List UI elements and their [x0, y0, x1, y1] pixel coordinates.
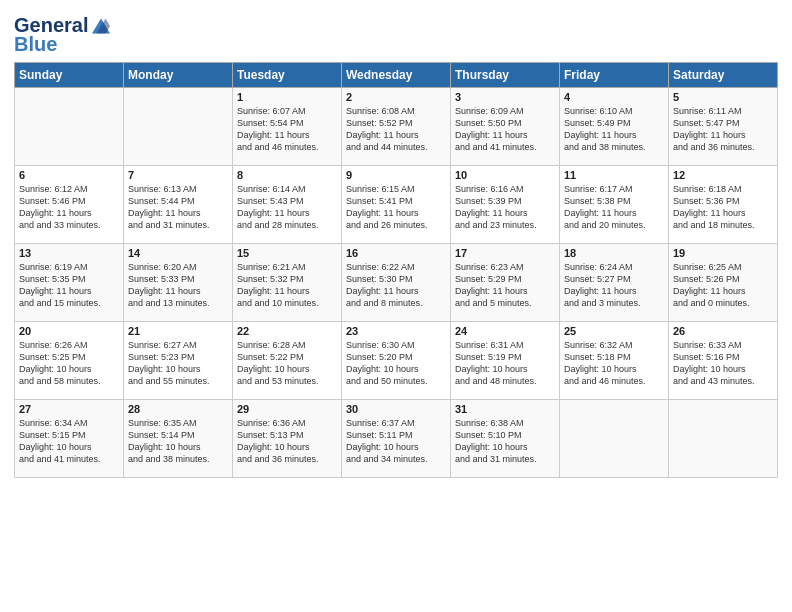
daylight-text: Daylight: 11 hours	[19, 207, 119, 219]
daylight-text: Daylight: 11 hours	[673, 285, 773, 297]
daylight-text-cont: and and 18 minutes.	[673, 219, 773, 231]
daylight-text-cont: and and 26 minutes.	[346, 219, 446, 231]
calendar-cell: 28Sunrise: 6:35 AMSunset: 5:14 PMDayligh…	[124, 400, 233, 478]
calendar-cell: 31Sunrise: 6:38 AMSunset: 5:10 PMDayligh…	[451, 400, 560, 478]
daylight-text-cont: and and 53 minutes.	[237, 375, 337, 387]
sunset-text: Sunset: 5:20 PM	[346, 351, 446, 363]
calendar-cell: 27Sunrise: 6:34 AMSunset: 5:15 PMDayligh…	[15, 400, 124, 478]
day-number: 11	[564, 169, 664, 181]
daylight-text-cont: and and 58 minutes.	[19, 375, 119, 387]
sunset-text: Sunset: 5:50 PM	[455, 117, 555, 129]
day-number: 30	[346, 403, 446, 415]
sunset-text: Sunset: 5:30 PM	[346, 273, 446, 285]
day-number: 19	[673, 247, 773, 259]
sunrise-text: Sunrise: 6:22 AM	[346, 261, 446, 273]
daylight-text-cont: and and 10 minutes.	[237, 297, 337, 309]
daylight-text-cont: and and 3 minutes.	[564, 297, 664, 309]
daylight-text: Daylight: 11 hours	[673, 129, 773, 141]
calendar-cell: 22Sunrise: 6:28 AMSunset: 5:22 PMDayligh…	[233, 322, 342, 400]
daylight-text-cont: and and 28 minutes.	[237, 219, 337, 231]
sunrise-text: Sunrise: 6:21 AM	[237, 261, 337, 273]
daylight-text-cont: and and 13 minutes.	[128, 297, 228, 309]
calendar-cell: 10Sunrise: 6:16 AMSunset: 5:39 PMDayligh…	[451, 166, 560, 244]
day-number: 2	[346, 91, 446, 103]
sunrise-text: Sunrise: 6:08 AM	[346, 105, 446, 117]
logo: General Blue	[14, 14, 110, 56]
day-number: 18	[564, 247, 664, 259]
calendar-cell: 14Sunrise: 6:20 AMSunset: 5:33 PMDayligh…	[124, 244, 233, 322]
day-number: 1	[237, 91, 337, 103]
day-number: 27	[19, 403, 119, 415]
daylight-text-cont: and and 36 minutes.	[237, 453, 337, 465]
day-number: 5	[673, 91, 773, 103]
day-number: 3	[455, 91, 555, 103]
weekday-header: Tuesday	[233, 63, 342, 88]
calendar-cell	[124, 88, 233, 166]
sunrise-text: Sunrise: 6:32 AM	[564, 339, 664, 351]
day-number: 16	[346, 247, 446, 259]
weekday-header: Wednesday	[342, 63, 451, 88]
calendar-cell: 16Sunrise: 6:22 AMSunset: 5:30 PMDayligh…	[342, 244, 451, 322]
daylight-text-cont: and and 34 minutes.	[346, 453, 446, 465]
daylight-text: Daylight: 11 hours	[237, 129, 337, 141]
sunset-text: Sunset: 5:22 PM	[237, 351, 337, 363]
sunset-text: Sunset: 5:27 PM	[564, 273, 664, 285]
sunrise-text: Sunrise: 6:17 AM	[564, 183, 664, 195]
sunset-text: Sunset: 5:29 PM	[455, 273, 555, 285]
day-number: 21	[128, 325, 228, 337]
day-number: 12	[673, 169, 773, 181]
sunset-text: Sunset: 5:11 PM	[346, 429, 446, 441]
daylight-text-cont: and and 36 minutes.	[673, 141, 773, 153]
daylight-text-cont: and and 20 minutes.	[564, 219, 664, 231]
daylight-text: Daylight: 10 hours	[673, 363, 773, 375]
calendar-cell: 26Sunrise: 6:33 AMSunset: 5:16 PMDayligh…	[669, 322, 778, 400]
calendar-cell: 18Sunrise: 6:24 AMSunset: 5:27 PMDayligh…	[560, 244, 669, 322]
calendar-cell: 5Sunrise: 6:11 AMSunset: 5:47 PMDaylight…	[669, 88, 778, 166]
day-number: 29	[237, 403, 337, 415]
sunrise-text: Sunrise: 6:23 AM	[455, 261, 555, 273]
daylight-text-cont: and and 8 minutes.	[346, 297, 446, 309]
calendar-cell: 17Sunrise: 6:23 AMSunset: 5:29 PMDayligh…	[451, 244, 560, 322]
daylight-text-cont: and and 41 minutes.	[19, 453, 119, 465]
daylight-text-cont: and and 46 minutes.	[237, 141, 337, 153]
sunset-text: Sunset: 5:43 PM	[237, 195, 337, 207]
sunset-text: Sunset: 5:33 PM	[128, 273, 228, 285]
sunrise-text: Sunrise: 6:24 AM	[564, 261, 664, 273]
sunset-text: Sunset: 5:39 PM	[455, 195, 555, 207]
sunset-text: Sunset: 5:26 PM	[673, 273, 773, 285]
sunrise-text: Sunrise: 6:15 AM	[346, 183, 446, 195]
daylight-text: Daylight: 11 hours	[346, 285, 446, 297]
calendar-cell	[560, 400, 669, 478]
daylight-text-cont: and and 38 minutes.	[128, 453, 228, 465]
day-number: 24	[455, 325, 555, 337]
day-number: 14	[128, 247, 228, 259]
sunset-text: Sunset: 5:15 PM	[19, 429, 119, 441]
daylight-text: Daylight: 11 hours	[346, 207, 446, 219]
sunset-text: Sunset: 5:44 PM	[128, 195, 228, 207]
day-number: 8	[237, 169, 337, 181]
calendar-week-row: 1Sunrise: 6:07 AMSunset: 5:54 PMDaylight…	[15, 88, 778, 166]
sunrise-text: Sunrise: 6:19 AM	[19, 261, 119, 273]
daylight-text: Daylight: 10 hours	[346, 441, 446, 453]
day-number: 23	[346, 325, 446, 337]
calendar-cell: 2Sunrise: 6:08 AMSunset: 5:52 PMDaylight…	[342, 88, 451, 166]
sunset-text: Sunset: 5:35 PM	[19, 273, 119, 285]
calendar-cell: 8Sunrise: 6:14 AMSunset: 5:43 PMDaylight…	[233, 166, 342, 244]
sunset-text: Sunset: 5:41 PM	[346, 195, 446, 207]
sunrise-text: Sunrise: 6:14 AM	[237, 183, 337, 195]
daylight-text-cont: and and 15 minutes.	[19, 297, 119, 309]
sunrise-text: Sunrise: 6:30 AM	[346, 339, 446, 351]
sunset-text: Sunset: 5:47 PM	[673, 117, 773, 129]
daylight-text: Daylight: 11 hours	[673, 207, 773, 219]
weekday-header: Saturday	[669, 63, 778, 88]
calendar-cell: 12Sunrise: 6:18 AMSunset: 5:36 PMDayligh…	[669, 166, 778, 244]
sunset-text: Sunset: 5:49 PM	[564, 117, 664, 129]
calendar-cell: 24Sunrise: 6:31 AMSunset: 5:19 PMDayligh…	[451, 322, 560, 400]
daylight-text: Daylight: 11 hours	[237, 285, 337, 297]
calendar-cell: 3Sunrise: 6:09 AMSunset: 5:50 PMDaylight…	[451, 88, 560, 166]
calendar-cell: 23Sunrise: 6:30 AMSunset: 5:20 PMDayligh…	[342, 322, 451, 400]
weekday-header: Friday	[560, 63, 669, 88]
daylight-text: Daylight: 10 hours	[455, 441, 555, 453]
header: General Blue	[14, 10, 778, 56]
day-number: 26	[673, 325, 773, 337]
